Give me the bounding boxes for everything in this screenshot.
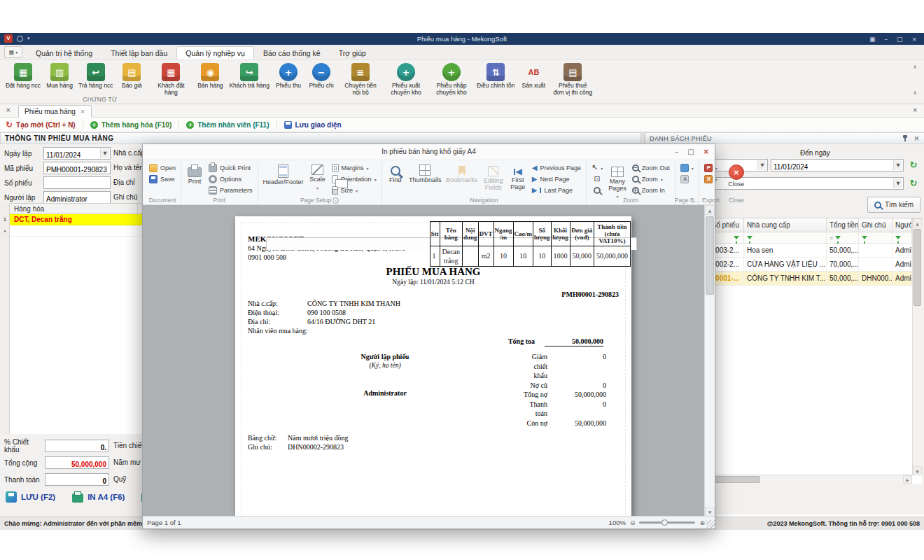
ribbon-button[interactable]: ▤ Báo giá [116,61,147,90]
chevron-down-icon[interactable]: ▼ [893,160,902,170]
zoom-in-icon[interactable]: ⊕ [699,519,705,526]
header-footer-button[interactable]: Header/Footer [261,162,306,186]
column-header-user[interactable]: Người [892,218,912,232]
page-color-button[interactable]: ▾ [678,162,696,174]
discount-field[interactable] [45,440,109,452]
ribbon-collapse-icon[interactable]: ∧ [913,90,917,96]
date-picker[interactable]: ▼ [43,147,111,160]
filter-icon[interactable] [835,236,841,239]
watermark-button[interactable] [678,174,696,185]
vertical-scrollbar[interactable]: ▲ ▼ [912,218,922,475]
ribbon-button[interactable]: + Phiếu nhập chuyển kho [430,61,473,97]
parameters-button[interactable]: Parameters [206,185,255,196]
preview-scrollbar[interactable]: ▲ ▼ [704,205,715,517]
fullscreen-icon[interactable]: ▣ [869,36,876,43]
next-page-button[interactable]: ▶Next Page [530,174,583,185]
dialog-titlebar[interactable]: In phiếu bán hàng khổ giấy A4 – □ × [143,144,715,160]
options-button[interactable]: Options [206,174,255,185]
hand-tool-button[interactable]: ⊡ [592,174,602,185]
save-button[interactable]: Save [147,174,178,185]
ribbon-button[interactable]: ≡ Chuyển tiền nội bộ [339,61,382,97]
preview-area[interactable]: MEKONGSOFT 64 Nguyễn Đình Chiểu, Phường … [143,205,715,517]
save-layout-button[interactable]: Lưu giao diện [284,121,342,129]
refresh-icon[interactable]: ↻ [908,160,919,171]
scroll-up-icon[interactable]: ▲ [913,218,922,227]
zoom-in-button[interactable]: +Zoom In [630,185,672,196]
app-menu-button[interactable]: ▦▾ [4,46,22,58]
quick-print-button[interactable]: Quick Print [206,162,255,174]
save-button[interactable]: LƯU (F2) [6,491,55,503]
chevron-down-icon[interactable]: ▼ [100,148,109,158]
open-button[interactable]: Open [147,162,178,174]
print-a4-button[interactable]: IN A4 (F6) [72,491,125,503]
orientation-button[interactable]: Orientation▾ [330,174,379,185]
ribbon-button[interactable]: − Phiếu chi [306,61,337,90]
ribbon-collapse-icon[interactable]: ∧ [913,64,917,70]
total-field[interactable] [45,456,109,469]
tab-close-icon[interactable]: × [80,108,85,115]
zoom-slider-thumb[interactable] [662,519,668,526]
filter-icon[interactable] [862,236,867,239]
menu-tab[interactable]: Trợ giúp [330,46,375,59]
column-header-total[interactable]: Tổng tiền [827,218,859,232]
filter-operator[interactable]: = [830,234,833,241]
ribbon-button[interactable]: + Phiếu thu [273,61,304,90]
resize-grip[interactable] [706,520,715,528]
pin-icon[interactable] [902,135,908,142]
close-panel-icon[interactable]: × [913,135,920,142]
close-preview-button[interactable]: ×Close [726,162,747,188]
zoom-out-icon[interactable]: ⊖ [630,519,636,526]
ribbon-button[interactable]: ◉ Bán hàng [195,61,225,90]
scroll-up-icon[interactable]: ▲ [705,205,715,215]
close-all-icon[interactable]: × [912,106,918,113]
to-date-input[interactable] [771,162,903,173]
scale-button[interactable]: Scale▾ [307,162,328,191]
scroll-right-icon[interactable]: ▶ [903,475,912,484]
code-field[interactable] [43,162,111,174]
export-pdf-button[interactable]: ▾ [702,162,720,174]
new-record-button[interactable]: ↻ Tạo mới (Ctrl + N) [6,120,76,129]
number-field[interactable] [43,176,111,189]
discount-input[interactable] [46,442,108,454]
menu-tab[interactable]: Quản lý nghiệp vụ [176,46,254,59]
menu-tab[interactable]: Quản trị hệ thống [27,46,102,59]
paid-field[interactable] [45,473,109,486]
maximize-icon[interactable]: □ [897,36,903,43]
ribbon-button[interactable]: + Phiếu xuất chuyển kho [384,61,428,97]
ribbon-button[interactable]: ↪ Khách trả hàng [227,61,271,90]
scroll-down-icon[interactable]: ▼ [705,507,715,517]
ribbon-button[interactable]: AB Sản xuất [518,61,549,90]
close-icon[interactable]: × [911,36,917,43]
paid-input[interactable] [46,476,108,487]
export-send-button[interactable]: ▾ [702,174,720,185]
size-button[interactable]: Size▾ [330,185,379,196]
column-header-supplier[interactable]: Nhà cung cấp [744,218,827,232]
thumbnails-button[interactable]: Thumbnails [407,162,443,184]
creator-field[interactable] [43,191,111,204]
minimize-icon[interactable]: – [884,36,888,43]
tab-phieu-mua-hang[interactable]: Phiếu mua hàng × [18,105,92,118]
ribbon-button[interactable]: ↩ Trả hàng ncc [77,61,114,90]
zoom-slider[interactable] [639,522,695,524]
filter-icon[interactable] [747,236,752,239]
margins-button[interactable]: Margins▾ [330,162,379,174]
close-tab-icon[interactable]: × [6,106,11,113]
ribbon-button[interactable]: ▥ Mua hàng [44,61,75,90]
menu-tab[interactable]: Báo cáo thống kê [254,46,330,59]
dialog-close-icon[interactable]: × [704,144,709,160]
ribbon-button[interactable]: ▦ Đặt hàng ncc [4,61,42,90]
to-date-picker[interactable]: ▼ [771,159,904,172]
scrollbar-thumb[interactable] [913,229,921,306]
add-product-button[interactable]: + Thêm hàng hóa (F10) [90,121,172,129]
total-input[interactable] [46,459,108,470]
menu-tab[interactable]: Thiết lập ban đầu [102,46,176,59]
ribbon-button[interactable]: ⇅ Điều chỉnh tồn [475,61,516,90]
ribbon-button[interactable]: ▦ Khách đặt hàng [149,61,192,97]
scrollbar-thumb[interactable] [706,216,714,295]
chevron-down-icon[interactable]: ▼ [893,178,902,188]
zoom-button[interactable]: Zoom▾ [630,174,672,185]
zoom-out-button[interactable]: −Zoom Out [630,162,672,174]
dialog-minimize-icon[interactable]: – [675,144,678,160]
find-button[interactable]: Find [385,162,406,184]
code-input[interactable] [44,164,110,176]
